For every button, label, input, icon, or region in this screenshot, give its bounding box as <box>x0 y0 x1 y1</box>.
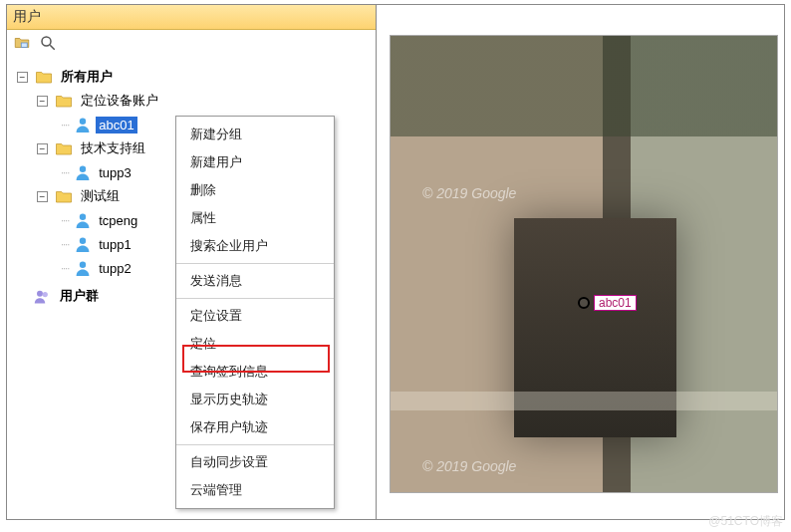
map-marker-abc01[interactable]: abc01 <box>578 295 637 311</box>
collapse-icon[interactable]: − <box>37 96 48 107</box>
tree-group-locate-device[interactable]: − 定位设备账户 <box>37 89 374 113</box>
svg-point-5 <box>80 214 86 220</box>
menu-query-checkin[interactable]: 查询签到信息 <box>176 358 334 386</box>
svg-point-4 <box>80 166 86 172</box>
tree-connector: ···· <box>61 238 69 250</box>
collapse-icon[interactable]: − <box>37 143 48 154</box>
map-imagery <box>391 36 777 492</box>
tree-connector: ···· <box>61 262 69 274</box>
page-watermark: @51CTO博客 <box>708 513 783 530</box>
user-icon <box>75 164 91 180</box>
folder-icon <box>35 69 53 85</box>
folder-icon <box>55 188 73 204</box>
svg-line-2 <box>50 45 55 50</box>
menu-search-ent[interactable]: 搜索企业用户 <box>176 232 334 260</box>
svg-point-7 <box>80 262 86 268</box>
menu-separator <box>176 444 334 445</box>
tree-connector: ···· <box>61 119 69 131</box>
menu-new-group[interactable]: 新建分组 <box>176 121 334 148</box>
tree-label[interactable]: 用户群 <box>57 286 102 306</box>
panel-toolbar <box>7 30 376 59</box>
tree-label[interactable]: 技术支持组 <box>78 138 148 158</box>
marker-dot-icon <box>578 297 590 309</box>
user-context-menu: 新建分组 新建用户 删除 属性 搜索企业用户 发送消息 定位设置 定位 查询签到… <box>175 116 335 509</box>
user-icon <box>75 117 91 133</box>
tree-root-all-users[interactable]: − 所有用户 <box>17 65 374 89</box>
menu-delete[interactable]: 删除 <box>176 176 334 204</box>
tree-label[interactable]: tupp1 <box>96 236 134 253</box>
menu-cloud-mgmt[interactable]: 云端管理 <box>176 476 334 504</box>
menu-save-track[interactable]: 保存用户轨迹 <box>176 413 334 441</box>
folder-icon <box>55 93 73 109</box>
menu-show-history[interactable]: 显示历史轨迹 <box>176 386 334 413</box>
menu-locate[interactable]: 定位 <box>176 330 334 358</box>
toolbar-folder-icon[interactable] <box>13 34 31 55</box>
menu-properties[interactable]: 属性 <box>176 204 334 232</box>
menu-separator <box>176 298 334 299</box>
tree-label[interactable]: 定位设备账户 <box>78 91 161 111</box>
svg-rect-0 <box>21 43 27 48</box>
menu-locate-cfg[interactable]: 定位设置 <box>176 302 334 330</box>
tree-label[interactable]: tupp2 <box>96 260 134 277</box>
svg-point-3 <box>80 119 86 125</box>
map-view[interactable]: © 2019 Google © 2019 Google abc01 <box>390 35 778 493</box>
tree-label[interactable]: abc01 <box>96 117 136 133</box>
collapse-icon[interactable]: − <box>37 191 48 202</box>
panel-title: 用户 <box>7 5 376 30</box>
tree-label[interactable]: tcpeng <box>96 212 140 229</box>
user-icon <box>75 212 91 228</box>
collapse-icon[interactable]: − <box>17 72 28 83</box>
svg-point-1 <box>42 37 51 46</box>
svg-point-9 <box>43 292 48 297</box>
folder-icon <box>55 140 73 156</box>
tree-label[interactable]: 测试组 <box>78 186 123 206</box>
menu-send-msg[interactable]: 发送消息 <box>176 267 334 295</box>
tree-label[interactable]: 所有用户 <box>58 67 116 87</box>
menu-auto-sync[interactable]: 自动同步设置 <box>176 448 334 476</box>
svg-point-8 <box>37 291 43 297</box>
svg-point-6 <box>80 238 86 244</box>
menu-new-user[interactable]: 新建用户 <box>176 148 334 176</box>
marker-label: abc01 <box>594 295 637 311</box>
tree-connector: ···· <box>61 166 69 178</box>
user-icon <box>75 236 91 252</box>
tree-connector: ···· <box>61 214 69 226</box>
user-icon <box>75 260 91 276</box>
search-icon[interactable] <box>39 34 57 55</box>
tree-label[interactable]: tupp3 <box>96 164 134 181</box>
users-group-icon <box>34 288 52 304</box>
menu-separator <box>176 263 334 264</box>
